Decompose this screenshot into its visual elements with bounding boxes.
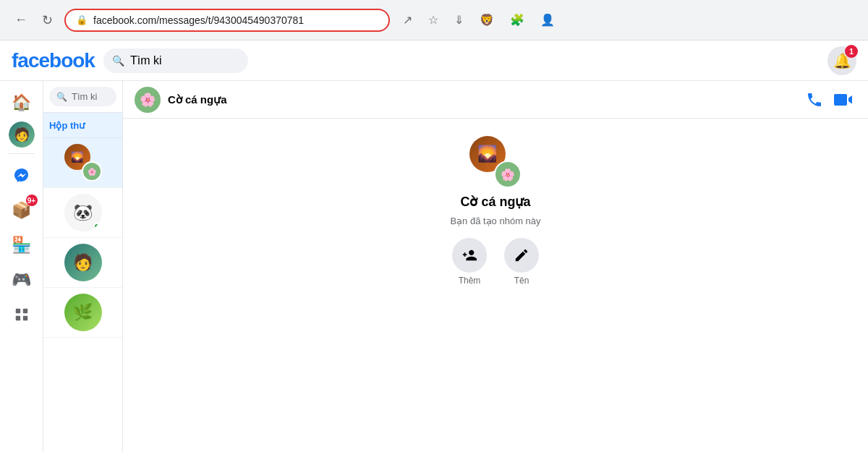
online-indicator-2 [93, 223, 101, 230]
search-icon: 🔍 [112, 55, 124, 67]
sidebar-badge: 9+ [26, 195, 38, 206]
add-member-action[interactable]: Thêm [452, 238, 487, 286]
sidebar-shop-button[interactable]: 🏪 [6, 229, 38, 261]
header-search-box[interactable]: 🔍 Tìm ki [103, 48, 248, 73]
main-layout: 🏠 🧑 📦 9+ 🏪 🎮 🔍 Tìm ki [0, 81, 868, 452]
address-bar: 🔒 facebook.com/messages/t/94300454903707… [64, 9, 390, 32]
lock-icon: 🔒 [76, 14, 88, 25]
conversation-item-1[interactable]: 🌄 🌸 [43, 138, 122, 188]
group-name: Cờ cá ngựa [460, 194, 530, 210]
chat-header-actions [801, 87, 856, 113]
browser-actions: ↗ ☆ ⇓ 🦁 🧩 👤 [399, 10, 559, 30]
sidebar-games-button[interactable]: 🎮 [6, 264, 38, 296]
group-subtitle: Bạn đã tạo nhóm này [450, 216, 540, 226]
svg-rect-1 [22, 309, 27, 313]
phone-call-button[interactable] [801, 87, 827, 113]
rename-icon [504, 238, 539, 273]
notification-badge: 1 [845, 45, 858, 58]
add-member-icon [452, 238, 487, 273]
refresh-button[interactable]: ↻ [39, 9, 56, 31]
add-member-label: Thêm [459, 276, 481, 286]
conv-avatar-sub-1: 🌸 [82, 161, 102, 182]
inbox-tab[interactable]: Hộp thư [43, 113, 122, 138]
group-avatars: 🌄 🌸 [469, 136, 522, 188]
conversation-item-3[interactable]: 🧑 [43, 238, 122, 288]
sidebar-divider [9, 153, 35, 154]
group-actions: Thêm Tên [452, 238, 539, 286]
conv-avatar-2: 🐼 [64, 194, 102, 231]
user-avatar[interactable]: 🧑 [9, 121, 35, 148]
conv-avatar-4: 🌿 [64, 294, 102, 331]
messages-search-icon: 🔍 [56, 92, 67, 102]
share-button[interactable]: ↗ [399, 10, 417, 30]
chat-header-avatar: 🌸 [135, 87, 161, 113]
svg-rect-2 [15, 316, 20, 320]
inbox-label: Hộp thư [49, 120, 85, 131]
left-sidebar: 🏠 🧑 📦 9+ 🏪 🎮 [0, 81, 43, 452]
conversation-item-2[interactable]: 🐼 [43, 188, 122, 238]
facebook-header: facebook 🔍 Tìm ki 🔔 1 [0, 40, 868, 81]
messages-search-box[interactable]: 🔍 Tìm ki [49, 87, 116, 106]
profile-button[interactable]: 👤 [536, 10, 559, 30]
conv-avatar-3: 🧑 [64, 244, 102, 281]
chat-header: 🌸 Cờ cá ngựa [123, 81, 868, 119]
bookmark-button[interactable]: ☆ [424, 10, 443, 30]
chat-area: 🌸 Cờ cá ngựa 🌄 [123, 81, 868, 452]
chat-header-name: Cờ cá ngựa [168, 93, 794, 106]
conv-avatar-group-1: 🌄 🌸 [64, 144, 102, 182]
rename-action[interactable]: Tên [504, 238, 539, 286]
download-button[interactable]: ⇓ [450, 10, 468, 30]
notification-button[interactable]: 🔔 1 [827, 46, 856, 75]
rename-label: Tên [514, 276, 529, 286]
sidebar-grid-button[interactable] [6, 299, 38, 331]
search-placeholder-text: Tìm ki [130, 54, 162, 67]
extension2-button[interactable]: 🧩 [506, 10, 529, 30]
browser-chrome: ← ↻ 🔒 facebook.com/messages/t/9430045490… [0, 0, 868, 40]
svg-rect-0 [15, 309, 20, 313]
sidebar-messenger-button[interactable] [6, 160, 38, 192]
extension1-button[interactable]: 🦁 [475, 10, 498, 30]
video-call-button[interactable] [830, 87, 856, 113]
sidebar-home-button[interactable]: 🏠 [6, 87, 38, 119]
sidebar-notifications-button[interactable]: 📦 9+ [6, 195, 38, 226]
back-button[interactable]: ← [12, 9, 30, 30]
messages-search-placeholder: Tìm ki [72, 91, 97, 102]
group-avatar-sub: 🌸 [494, 161, 522, 188]
messages-sidebar: 🔍 Tìm ki Hộp thư 🌄 🌸 🐼 [43, 81, 123, 452]
conversation-list: 🌄 🌸 🐼 🧑 🌿 [43, 138, 122, 452]
facebook-logo[interactable]: facebook [12, 49, 95, 72]
chat-main: 🌄 🌸 Cờ cá ngựa Bạn đã tạo nhóm này Thêm [123, 119, 868, 452]
messages-search: 🔍 Tìm ki [43, 81, 122, 113]
url-text[interactable]: facebook.com/messages/t/9430045490370781 [93, 14, 378, 26]
group-info: 🌄 🌸 Cờ cá ngựa Bạn đã tạo nhóm này Thêm [450, 136, 540, 286]
conversation-item-4[interactable]: 🌿 [43, 288, 122, 338]
svg-rect-3 [22, 316, 27, 320]
